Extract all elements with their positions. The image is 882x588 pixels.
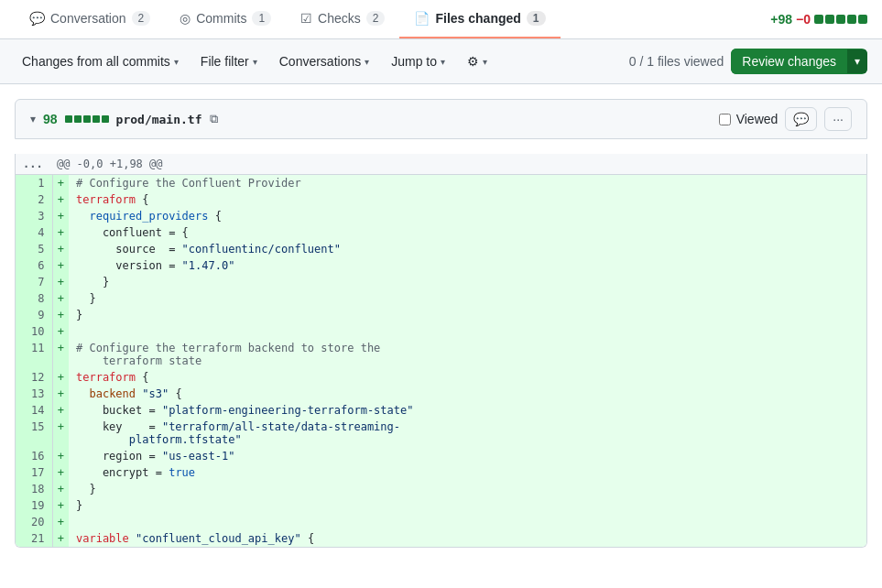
chevron-down-icon: ▾ <box>441 57 445 67</box>
diff-line: 10 + <box>16 323 866 340</box>
diff-block-1 <box>814 15 823 24</box>
file-name: prod/main.tf <box>116 113 202 126</box>
viewed-checkbox-label[interactable]: Viewed <box>719 112 779 126</box>
fc-block-4 <box>93 115 100 123</box>
review-changes-main[interactable]: Review changes <box>731 49 847 74</box>
diff-line: 6 + version = "1.47.0" <box>16 257 866 274</box>
diff-line: 5 + source = "confluentinc/confluent" <box>16 241 866 257</box>
file-header-left: ▾ 98 prod/main.tf ⧉ <box>30 112 218 126</box>
diff-line: 12 + terraform { <box>16 369 866 386</box>
comment-button[interactable]: 💬 <box>785 107 817 131</box>
diff-stat: +98 −0 <box>770 12 867 27</box>
filter-bar: Changes from all commits ▾ File filter ▾… <box>0 39 882 84</box>
hunk-ellipsis: ... <box>23 158 43 170</box>
diff-line: 11 + # Configure the terraform backend t… <box>16 340 866 369</box>
diff-container: ... @@ -0,0 +1,98 @@ 1 + # Configure the… <box>15 154 867 548</box>
file-filter-button[interactable]: File filter ▾ <box>193 50 265 72</box>
conversations-button[interactable]: Conversations ▾ <box>272 50 377 72</box>
top-nav: 💬 Conversation 2 ◎ Commits 1 ☑ Checks 2 … <box>0 0 882 39</box>
files-viewed-count: 0 / 1 files viewed <box>629 54 724 69</box>
settings-button[interactable]: ⚙ ▾ <box>460 50 495 72</box>
diff-line: 14 + bucket = "platform-engineering-terr… <box>16 402 866 419</box>
diff-table: ... @@ -0,0 +1,98 @@ 1 + # Configure the… <box>16 154 866 547</box>
viewed-checkbox[interactable] <box>719 114 731 125</box>
diff-block-4 <box>847 15 856 24</box>
diff-line: 20 + <box>16 514 866 530</box>
fc-block-5 <box>102 115 109 123</box>
checks-icon: ☑ <box>300 11 312 26</box>
fc-block-1 <box>65 115 72 123</box>
diff-line: 2 + terraform { <box>16 191 866 208</box>
chevron-down-icon: ▾ <box>253 57 257 67</box>
files-changed-icon: 📄 <box>414 11 430 26</box>
diff-line: 4 + confluent = { <box>16 224 866 241</box>
diff-block-2 <box>825 15 834 24</box>
diff-line: 21 + variable "confluent_cloud_api_key" … <box>16 530 866 547</box>
hunk-header-row: ... @@ -0,0 +1,98 @@ <box>16 154 866 175</box>
diff-line: 3 + required_providers { <box>16 208 866 224</box>
chevron-down-icon: ▾ <box>483 57 487 67</box>
file-header: ▾ 98 prod/main.tf ⧉ Viewed 💬 ··· <box>15 99 867 139</box>
diff-line: 9 + } <box>16 307 866 323</box>
chevron-down-icon: ▾ <box>174 57 179 67</box>
more-options-button[interactable]: ··· <box>824 107 852 131</box>
diff-line: 8 + } <box>16 290 866 307</box>
diff-block-3 <box>836 15 845 24</box>
jump-to-button[interactable]: Jump to ▾ <box>384 50 452 72</box>
conversation-icon: 💬 <box>29 11 45 26</box>
chevron-down-icon: ▾ <box>365 57 369 67</box>
fc-block-3 <box>83 115 91 123</box>
diff-line: 19 + } <box>16 497 866 514</box>
tab-files-changed[interactable]: 📄 Files changed 1 <box>399 0 560 38</box>
diff-line: 7 + } <box>16 274 866 290</box>
file-header-right: Viewed 💬 ··· <box>719 107 852 131</box>
diff-line: 17 + encrypt = true <box>16 464 866 481</box>
gear-icon: ⚙ <box>467 54 479 69</box>
tab-conversation[interactable]: 💬 Conversation 2 <box>15 0 165 38</box>
diff-line: 16 + region = "us-east-1" <box>16 448 866 464</box>
diff-block-5 <box>858 15 867 24</box>
commits-icon: ◎ <box>180 11 191 26</box>
collapse-icon[interactable]: ▾ <box>30 113 36 125</box>
file-diff-blocks <box>65 115 109 123</box>
diff-line: 15 + key = "terraform/all-state/data-str… <box>16 419 866 448</box>
tab-checks[interactable]: ☑ Checks 2 <box>286 0 399 38</box>
hunk-text: @@ -0,0 +1,98 @@ <box>57 158 163 170</box>
diff-line: 18 + } <box>16 481 866 497</box>
copy-icon[interactable]: ⧉ <box>210 112 218 126</box>
diff-blocks <box>814 15 867 24</box>
diff-line: 1 + # Configure the Confluent Provider <box>16 175 866 192</box>
diff-line: 13 + backend "s3" { <box>16 386 866 402</box>
review-changes-button[interactable]: Review changes ▾ <box>731 49 867 74</box>
file-count: 98 <box>43 112 58 126</box>
tab-commits[interactable]: ◎ Commits 1 <box>165 0 286 38</box>
changes-from-button[interactable]: Changes from all commits ▾ <box>15 50 186 72</box>
fc-block-2 <box>74 115 82 123</box>
review-changes-dropdown[interactable]: ▾ <box>847 49 867 73</box>
